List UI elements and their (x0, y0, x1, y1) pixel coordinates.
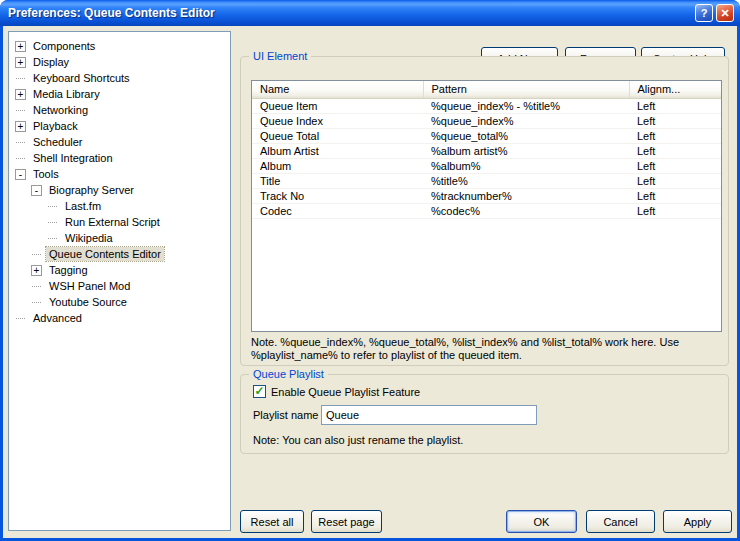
tree-item-wsh-panel-mod[interactable]: WSH Panel Mod (9, 278, 230, 294)
cell-pattern: %title% (423, 173, 629, 188)
cell-alignment: Left (629, 113, 721, 128)
expand-icon[interactable]: + (15, 89, 26, 100)
tree-item-advanced[interactable]: Advanced (9, 310, 230, 326)
tree-item-keyboard-shortcuts[interactable]: Keyboard Shortcuts (9, 70, 230, 86)
collapse-icon[interactable]: - (31, 185, 42, 196)
tree-item-run-external-script[interactable]: Run External Script (9, 214, 230, 230)
tree-item-label[interactable]: Wikipedia (62, 231, 116, 245)
cell-pattern: %codec% (423, 203, 629, 218)
tree-item-label[interactable]: Last.fm (62, 199, 104, 213)
apply-button[interactable]: Apply (663, 510, 732, 533)
cell-name: Track No (252, 188, 423, 203)
tree-item-wikipedia[interactable]: Wikipedia (9, 230, 230, 246)
tree-item-label[interactable]: Shell Integration (30, 151, 116, 165)
expand-icon[interactable]: + (31, 265, 42, 276)
cell-alignment: Left (629, 128, 721, 143)
dialog-body: +Components+DisplayKeyboard Shortcuts+Me… (3, 26, 737, 538)
column-header-alignment[interactable]: Alignm... (629, 81, 721, 98)
column-header-pattern[interactable]: Pattern (423, 81, 629, 98)
playlist-name-input[interactable] (321, 405, 537, 425)
queue-playlist-group-label: Queue Playlist (249, 368, 328, 380)
tree-line (31, 249, 42, 260)
tree-item-tagging[interactable]: +Tagging (9, 262, 230, 278)
preferences-window: Preferences: Queue Contents Editor ? ✕ +… (0, 0, 740, 541)
tree-item-networking[interactable]: Networking (9, 102, 230, 118)
table-row[interactable]: Queue Total%queue_total%Left (252, 128, 721, 143)
tree-line (31, 281, 42, 292)
tree-item-tools[interactable]: -Tools (9, 166, 230, 182)
tree-item-label[interactable]: Biography Server (46, 183, 137, 197)
table-row[interactable]: Title%title%Left (252, 173, 721, 188)
cell-name: Queue Item (252, 98, 423, 113)
tree-item-label[interactable]: Playback (30, 119, 81, 133)
ui-elements-table-container: NamePatternAlignm... Queue Item%queue_in… (251, 80, 722, 332)
tree-line (15, 313, 26, 324)
tree-item-label[interactable]: Tagging (46, 263, 91, 277)
tree-item-shell-integration[interactable]: Shell Integration (9, 150, 230, 166)
ui-elements-table: NamePatternAlignm... Queue Item%queue_in… (252, 81, 721, 219)
tree-item-label[interactable]: Queue Contents Editor (46, 247, 164, 261)
cell-name: Title (252, 173, 423, 188)
ui-elements-table-header-row: NamePatternAlignm... (252, 81, 721, 98)
ui-element-note: Note. %queue_index%, %queue_total%, %lis… (251, 336, 727, 362)
tree-item-scheduler[interactable]: Scheduler (9, 134, 230, 150)
tree-item-biography-server[interactable]: -Biography Server (9, 182, 230, 198)
cell-name: Queue Index (252, 113, 423, 128)
enable-queue-playlist-row: ✓ Enable Queue Playlist Feature (253, 385, 420, 398)
tree-item-label[interactable]: Media Library (30, 87, 103, 101)
tree-item-label[interactable]: WSH Panel Mod (46, 279, 133, 293)
tree-item-label[interactable]: Scheduler (30, 135, 86, 149)
tree-item-playback[interactable]: +Playback (9, 118, 230, 134)
tree-item-label[interactable]: Components (30, 39, 98, 53)
tree-item-youtube-source[interactable]: Youtube Source (9, 294, 230, 310)
help-button[interactable]: ? (695, 4, 713, 22)
tree-item-media-library[interactable]: +Media Library (9, 86, 230, 102)
cell-pattern: %queue_index% - %title% (423, 98, 629, 113)
tree-item-label[interactable]: Display (30, 55, 72, 69)
tree-line (15, 73, 26, 84)
table-row[interactable]: Album%album%Left (252, 158, 721, 173)
cell-pattern: %tracknumber% (423, 188, 629, 203)
table-row[interactable]: Codec%codec%Left (252, 203, 721, 218)
cell-alignment: Left (629, 98, 721, 113)
queue-playlist-note: Note: You can also just rename the playl… (253, 434, 713, 447)
tree-item-label[interactable]: Youtube Source (46, 295, 130, 309)
column-header-name[interactable]: Name (252, 81, 423, 98)
cell-name: Album (252, 158, 423, 173)
ui-element-group: UI Element NamePatternAlignm... Queue It… (240, 56, 729, 366)
playlist-name-label: Playlist name (253, 409, 321, 421)
cell-alignment: Left (629, 203, 721, 218)
ui-element-group-label: UI Element (249, 50, 311, 62)
help-icon: ? (701, 7, 708, 19)
tree-item-label[interactable]: Keyboard Shortcuts (30, 71, 133, 85)
tree-item-label[interactable]: Advanced (30, 311, 85, 325)
tree-item-label[interactable]: Networking (30, 103, 91, 117)
reset-page-button[interactable]: Reset page (311, 510, 382, 533)
tree-item-label[interactable]: Run External Script (62, 215, 163, 229)
cell-pattern: %album artist% (423, 143, 629, 158)
cell-alignment: Left (629, 158, 721, 173)
collapse-icon[interactable]: - (15, 169, 26, 180)
tree-item-components[interactable]: +Components (9, 38, 230, 54)
reset-all-button[interactable]: Reset all (240, 510, 304, 533)
table-row[interactable]: Album Artist%album artist%Left (252, 143, 721, 158)
expand-icon[interactable]: + (15, 41, 26, 52)
cancel-button[interactable]: Cancel (586, 510, 655, 533)
enable-queue-playlist-checkbox[interactable]: ✓ (253, 385, 266, 398)
tree-item-last-fm[interactable]: Last.fm (9, 198, 230, 214)
queue-playlist-group: Queue Playlist ✓ Enable Queue Playlist F… (240, 374, 729, 454)
tree-line (47, 233, 58, 244)
tree-item-display[interactable]: +Display (9, 54, 230, 70)
table-row[interactable]: Queue Index%queue_index%Left (252, 113, 721, 128)
tree-item-queue-contents-editor[interactable]: Queue Contents Editor (9, 246, 230, 262)
table-row[interactable]: Track No%tracknumber%Left (252, 188, 721, 203)
enable-queue-playlist-label[interactable]: Enable Queue Playlist Feature (271, 386, 420, 398)
titlebar[interactable]: Preferences: Queue Contents Editor ? ✕ (0, 0, 740, 26)
tree-item-label[interactable]: Tools (30, 167, 62, 181)
ok-button[interactable]: OK (506, 510, 577, 533)
tree-line (47, 217, 58, 228)
table-row[interactable]: Queue Item%queue_index% - %title%Left (252, 98, 721, 113)
expand-icon[interactable]: + (15, 57, 26, 68)
expand-icon[interactable]: + (15, 121, 26, 132)
close-button[interactable]: ✕ (716, 4, 734, 22)
